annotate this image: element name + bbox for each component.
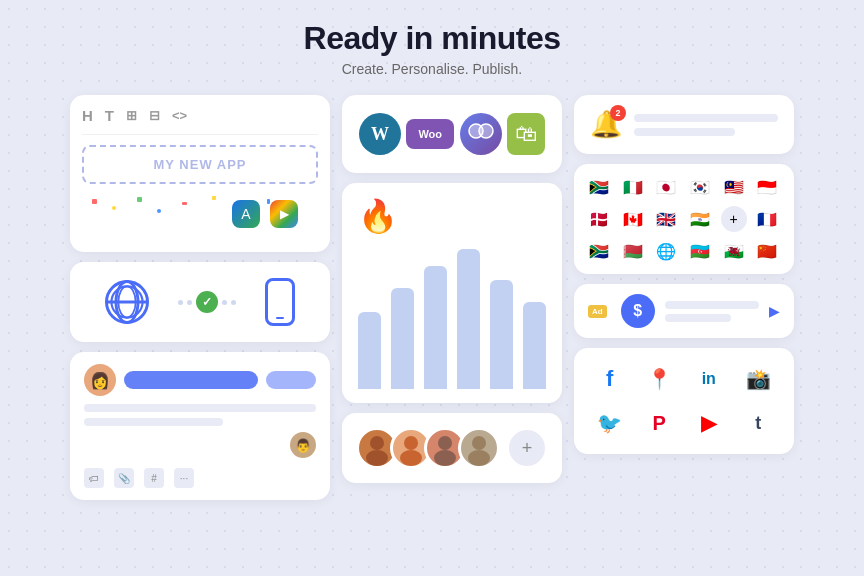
connection-dots: ✓ [178,291,236,313]
dot-1 [178,300,183,305]
confetti-4 [157,209,161,213]
flag-plus[interactable]: + [721,206,747,232]
flag-id[interactable]: 🇮🇩 [754,174,780,200]
maps-icon[interactable]: 📍 [642,362,676,396]
flags-grid: 🇿🇦 🇮🇹 🇯🇵 🇰🇷 🇲🇾 🇮🇩 🇩🇰 🇨🇦 🇬🇧 🇮🇳 + 🇫🇷 🇿🇦 🇧🇾 [586,174,782,264]
bar-1 [358,312,381,389]
facebook-icon[interactable]: f [593,362,627,396]
hash-icon[interactable]: # [144,468,164,488]
notification-card: 🔔 2 [574,95,794,154]
dot-2 [187,300,192,305]
flag-globe[interactable]: 🌐 [653,238,679,264]
woo-logo[interactable]: Woo [406,119,454,149]
toolbar-image[interactable]: ⊞ [126,108,137,123]
clip-icon[interactable]: 📎 [114,468,134,488]
avatar-2: 👨 [290,432,316,458]
flag-kr[interactable]: 🇰🇷 [687,174,713,200]
social-card: f 📍 in 📸 🐦 P ▶ t [574,348,794,454]
flag-cn[interactable]: 🇨🇳 [754,238,780,264]
confetti-5 [182,202,187,205]
chat-bubble-1 [124,371,258,389]
ad-line-2 [665,314,731,322]
play-icon[interactable]: ▶ [769,303,780,319]
svg-text:W: W [371,124,389,144]
dot-3 [222,300,227,305]
svg-point-9 [404,436,418,450]
page-subtitle: Create. Personalise. Publish. [30,61,834,77]
chart-card: 🔥 [342,183,562,403]
app-name-text: MY NEW APP [98,157,302,172]
chat-lines [84,404,316,426]
flag-za[interactable]: 🇿🇦 [586,174,612,200]
linkedin-icon[interactable]: in [692,362,726,396]
flag-gb[interactable]: 🇬🇧 [653,206,679,232]
tag-icon[interactable]: 🏷 [84,468,104,488]
flag-dk[interactable]: 🇩🇰 [586,206,612,232]
play-store-icon[interactable]: ▶ [270,200,298,228]
chat-bottom-toolbar: 🏷 📎 # ··· [84,468,316,488]
ad-left: Ad [588,305,607,318]
shopify-logo[interactable]: 🛍 [507,113,545,155]
line-1 [84,404,316,412]
flag-it[interactable]: 🇮🇹 [620,174,646,200]
flag-za2[interactable]: 🇿🇦 [586,238,612,264]
flag-in[interactable]: 🇮🇳 [687,206,713,232]
app-store-icon[interactable]: A [232,200,260,228]
social-grid: f 📍 in 📸 🐦 P ▶ t [590,362,778,440]
notif-line-2 [634,128,735,136]
bar-2 [391,288,414,389]
toolbar-code[interactable]: <> [172,108,187,123]
toolbar-h[interactable]: H [82,107,93,124]
spacer [82,228,318,240]
avatar-add-button[interactable]: + [506,427,548,469]
editor-app-name-box: MY NEW APP [82,145,318,184]
flag-az[interactable]: 🇦🇿 [687,238,713,264]
wordpress-logo[interactable]: W [359,113,401,155]
left-column: H T ⊞ ⊟ <> MY NEW APP [70,95,330,500]
store-icons: A ▶ [232,200,298,228]
flag-wls[interactable]: 🏴󠁧󠁢󠁷󠁬󠁳󠁿 [721,238,747,264]
dollar-icon: $ [621,294,655,328]
ad-card: Ad $ ▶ [574,284,794,338]
confetti-2 [112,206,116,210]
svg-point-12 [434,450,456,466]
flag-my[interactable]: 🇲🇾 [721,174,747,200]
wp-svg: W [362,116,398,152]
youtube-icon[interactable]: ▶ [692,406,726,440]
instagram-icon[interactable]: 📸 [741,362,775,396]
page-title: Ready in minutes [30,20,834,57]
bar-5 [490,280,513,389]
right-column: 🔔 2 🇿🇦 🇮🇹 🇯🇵 🇰🇷 🇲🇾 🇮🇩 🇩🇰 [574,95,794,500]
notification-lines [634,114,778,136]
toolbar-grid[interactable]: ⊟ [149,108,160,123]
header: Ready in minutes Create. Personalise. Pu… [30,20,834,77]
mobile-card: ✓ [70,262,330,342]
flag-ca[interactable]: 🇨🇦 [620,206,646,232]
chat-row-1: 👩 [84,364,316,396]
middle-column: W Woo 🛍 [342,95,562,500]
phone-icon [265,278,295,326]
svg-point-6 [479,124,493,138]
toolbar-t[interactable]: T [105,107,114,124]
twitter-icon[interactable]: 🐦 [593,406,627,440]
bar-3 [424,266,447,389]
flag-fr[interactable]: 🇫🇷 [754,206,780,232]
buddyboss-logo[interactable] [460,113,502,155]
bell-icon: 🔔 2 [590,109,622,140]
globe-svg [108,280,146,324]
confetti-3 [137,197,142,202]
flag-jp[interactable]: 🇯🇵 [653,174,679,200]
pinterest-icon[interactable]: P [642,406,676,440]
page-wrapper: Ready in minutes Create. Personalise. Pu… [0,0,864,576]
svg-point-13 [472,436,486,450]
more-icon[interactable]: ··· [174,468,194,488]
svg-point-11 [438,436,452,450]
avatar-4 [458,427,500,469]
flag-other1[interactable]: 🇧🇾 [620,238,646,264]
chat-avatar-right: 👨 [84,432,316,458]
tumblr-icon[interactable]: t [741,406,775,440]
chat-card: 👩 👨 🏷 📎 # ··· [70,352,330,500]
check-icon: ✓ [196,291,218,313]
cards-grid: H T ⊞ ⊟ <> MY NEW APP [30,95,834,500]
line-2 [84,418,223,426]
